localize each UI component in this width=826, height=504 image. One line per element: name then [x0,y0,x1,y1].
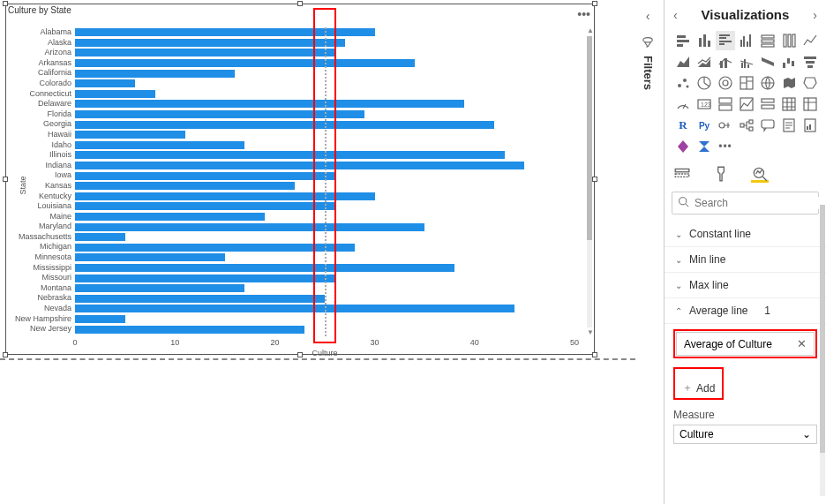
svg-rect-56 [809,124,811,130]
section-label: Max line [689,279,729,291]
search-input[interactable] [695,197,826,209]
svg-rect-3 [699,38,702,47]
bar-label: Missouri [8,273,71,283]
svg-point-33 [687,86,689,88]
scroll-up-icon[interactable]: ▲ [587,27,592,34]
matrix-icon[interactable] [800,94,820,114]
hundred-stacked-column-icon[interactable] [779,31,799,50]
bar-label: Montana [8,283,71,294]
hundred-stacked-bar-icon[interactable] [758,31,777,50]
resize-handle-n[interactable] [297,1,303,6]
min-line-section[interactable]: ⌄Min line [665,247,826,273]
plus-icon: ＋ [682,380,693,395]
average-measure-card[interactable]: Average of Culture ✕ [676,332,815,356]
python-visual-icon[interactable]: Py [695,116,714,135]
pane-scrollbar[interactable] [820,205,825,496]
decomposition-tree-icon[interactable] [737,116,756,135]
add-line-button[interactable]: ＋ Add [675,378,722,398]
svg-rect-27 [792,61,794,66]
filters-funnel-icon[interactable] [637,35,658,50]
line-clustered-column-icon[interactable] [737,52,756,71]
resize-handle-ne[interactable] [592,1,597,6]
bar-fill [75,49,334,56]
svg-rect-58 [675,174,689,177]
slicer-icon[interactable] [758,94,777,114]
area-chart-icon[interactable] [673,52,693,71]
stacked-bar-icon[interactable] [673,31,693,50]
scatter-icon[interactable] [673,73,693,93]
stacked-column-icon[interactable] [695,31,714,50]
chevron-up-icon: ⌃ [675,306,684,316]
bar-label: Massachusetts [8,232,71,243]
scroll-track[interactable] [587,36,592,327]
gauge-icon[interactable] [673,94,693,114]
expand-filters-icon[interactable]: ‹ [637,9,658,23]
ribbon-chart-icon[interactable] [758,52,777,71]
donut-icon[interactable] [716,73,735,93]
card-icon[interactable]: 123 [695,94,714,114]
filters-pane-collapsed[interactable]: ‹ Filters [637,9,658,90]
collapse-viz-icon[interactable]: ‹ [673,8,678,22]
paginated-report-icon[interactable] [800,116,820,135]
bar-label: Idaho [8,140,71,151]
chart-scrollbar[interactable]: ▲ ▼ [587,27,592,336]
svg-rect-13 [749,34,751,47]
constant-line-section[interactable]: ⌄Constant line [665,222,826,247]
remove-measure-icon[interactable]: ✕ [797,337,807,350]
svg-rect-28 [804,56,816,59]
format-tab[interactable] [712,165,730,183]
power-automate-icon[interactable] [695,137,714,156]
clustered-bar-icon[interactable] [716,31,735,50]
resize-handle-sw[interactable] [3,352,8,357]
x-axis: Culture 01020304050 [75,338,574,354]
filled-map-icon[interactable] [779,73,799,93]
expand-viz-icon[interactable]: › [813,8,817,22]
pane-tabs [665,156,826,188]
more-options-icon[interactable]: ••• [577,8,590,20]
svg-rect-24 [747,64,749,68]
svg-rect-4 [703,34,706,47]
canvas-divider [0,358,635,360]
scroll-thumb[interactable] [587,36,592,240]
scroll-down-icon[interactable]: ▼ [587,329,592,336]
bar-fill [75,59,415,67]
search-field[interactable] [672,192,819,214]
map-icon[interactable] [758,73,777,93]
average-line-section[interactable]: ⌃Average line 1 [665,298,826,324]
line-chart-icon[interactable] [800,31,820,50]
bar-label: Colorado [8,79,71,89]
chart-visual[interactable]: Culture by State ••• State AlabamaAlaska… [5,4,595,355]
measure-dropdown[interactable]: Culture ⌄ [673,425,817,444]
svg-rect-47 [804,98,816,110]
svg-rect-46 [783,98,795,110]
table-icon[interactable] [779,94,799,114]
key-influencers-icon[interactable] [716,116,735,135]
shape-map-icon[interactable] [800,73,820,93]
kpi-icon[interactable] [737,94,756,114]
treemap-icon[interactable] [737,73,756,93]
clustered-column-icon[interactable] [737,31,756,50]
bar-fill [75,305,514,312]
pane-scroll-thumb[interactable] [820,205,825,453]
fields-tab[interactable] [673,165,691,183]
funnel-icon[interactable] [800,52,820,71]
narrative-icon[interactable] [779,116,799,135]
waterfall-icon[interactable] [779,52,799,71]
power-apps-icon[interactable] [673,137,693,156]
multi-row-card-icon[interactable] [716,94,735,114]
resize-handle-e[interactable] [592,177,597,182]
svg-point-31 [678,84,681,87]
svg-rect-44 [762,99,774,102]
resize-handle-se[interactable] [592,352,597,357]
line-stacked-column-icon[interactable] [716,52,735,71]
max-line-section[interactable]: ⌄Max line [665,273,826,298]
pie-icon[interactable] [695,73,714,93]
qa-visual-icon[interactable] [758,116,777,135]
r-visual-icon[interactable]: R [673,116,693,135]
more-visuals-icon[interactable]: ••• [716,137,735,156]
stacked-area-icon[interactable] [695,52,714,71]
analytics-tab[interactable] [751,165,769,183]
bar-fill [75,182,295,190]
bar-label: Nebraska [8,293,71,304]
bar-fill [75,275,334,282]
